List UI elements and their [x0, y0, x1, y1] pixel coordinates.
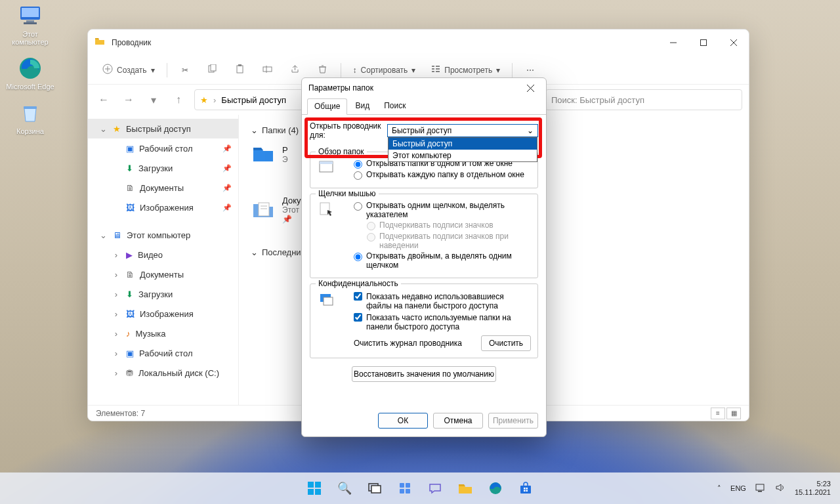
sidebar-item-desktop-pc[interactable]: ›▣Рабочий стол — [88, 343, 238, 363]
open-for-dropdown: Быстрый доступ Этот компьютер — [388, 137, 537, 162]
music-icon: ♪ — [126, 329, 131, 339]
apply-button[interactable]: Применить — [488, 413, 538, 429]
forward-button[interactable]: → — [119, 91, 138, 109]
svg-rect-43 — [400, 483, 404, 488]
video-icon: ▶ — [126, 250, 133, 260]
checkbox-recent-files[interactable]: Показать недавно использовавшиеся файлы … — [354, 292, 531, 310]
folder-card[interactable]: РЭ — [251, 142, 290, 167]
picture-icon: 🖼 — [126, 203, 135, 213]
tab-search[interactable]: Поиск — [377, 98, 412, 115]
radio-single-click[interactable]: Открывать одним щелчком, выделять указат… — [354, 201, 531, 219]
language-indicator[interactable]: ENG — [730, 484, 746, 492]
svg-rect-49 — [524, 488, 526, 490]
restore-defaults-button[interactable]: Восстановить значения по умолчанию — [352, 366, 496, 382]
svg-rect-23 — [436, 68, 440, 70]
search-button[interactable]: 🔍 — [331, 475, 358, 501]
sidebar-item-local-disk[interactable]: ›⛃Локальный диск (C:) — [88, 363, 238, 383]
desktop-icon-recycle-bin[interactable]: Корзина — [4, 100, 56, 135]
up-button[interactable]: ↑ — [169, 91, 188, 109]
checkbox-frequent-folders[interactable]: Показать часто используемые папки на пан… — [354, 313, 531, 331]
scissors-icon: ✂ — [182, 66, 188, 75]
sidebar-item-documents[interactable]: 🗎Документы📌 — [88, 178, 238, 198]
maximize-button[interactable] — [688, 30, 719, 56]
tab-general[interactable]: Общие — [307, 98, 347, 115]
dialog-titlebar[interactable]: Параметры папок — [302, 78, 546, 98]
sidebar-item-documents-pc[interactable]: ›🗎Документы — [88, 264, 238, 284]
minimize-button[interactable] — [658, 30, 688, 56]
desktop-icon: ▣ — [126, 348, 134, 358]
sidebar-item-downloads[interactable]: ⬇Загрузки📌 — [88, 158, 238, 178]
cut-button[interactable]: ✂ — [173, 60, 198, 81]
privacy-icon — [317, 289, 337, 309]
svg-rect-14 — [211, 64, 216, 71]
clicks-fieldset: Щелчки мышью Открывать одним щелчком, вы… — [310, 194, 538, 278]
tab-view[interactable]: Вид — [348, 98, 376, 115]
sidebar-item-this-pc[interactable]: ⌄ 🖥 Этот компьютер — [88, 225, 238, 245]
store-taskbar-button[interactable] — [513, 475, 539, 501]
chevron-right-icon: › — [112, 289, 121, 299]
chevron-right-icon: › — [112, 270, 121, 280]
dropdown-option-quick-access[interactable]: Быстрый доступ — [388, 138, 537, 150]
sidebar-item-quick-access[interactable]: ⌄ ★ Быстрый доступ — [88, 119, 238, 138]
edge-taskbar-button[interactable] — [482, 475, 509, 501]
breadcrumb[interactable]: ★ › Быстрый доступ — [194, 89, 306, 110]
svg-rect-45 — [400, 489, 404, 494]
chevron-down-icon: ▾ — [496, 66, 500, 75]
svg-rect-39 — [308, 489, 314, 495]
svg-rect-1 — [22, 8, 39, 17]
taskbar: 🔍 ˄ ENG 5:23 15.11.2021 — [0, 472, 840, 504]
network-icon[interactable] — [755, 483, 766, 494]
chevron-right-icon: › — [112, 309, 121, 319]
clock[interactable]: 5:23 15.11.2021 — [795, 480, 831, 497]
task-view-button[interactable] — [362, 475, 388, 501]
privacy-legend: Конфиденциальность — [316, 279, 401, 288]
browse-legend: Обзор папок — [316, 147, 367, 156]
sidebar-item-music[interactable]: ›♪Музыка — [88, 324, 238, 343]
copy-button[interactable] — [200, 60, 225, 81]
trash-icon — [318, 64, 327, 76]
search-input[interactable]: Поиск: Быстрый доступ — [545, 89, 742, 110]
sidebar-item-videos[interactable]: ›▶Видео — [88, 245, 238, 264]
chevron-up-icon[interactable]: ˄ — [717, 484, 721, 493]
icons-view-button[interactable]: ▦ — [726, 408, 741, 419]
chevron-right-icon: › — [112, 348, 121, 358]
sidebar-item-pictures[interactable]: 🖼Изображения📌 — [88, 198, 238, 217]
desktop-icon-label: Microsoft Edge — [6, 83, 54, 91]
sidebar-item-pictures-pc[interactable]: ›🖼Изображения — [88, 304, 238, 324]
document-icon: 🗎 — [126, 183, 135, 193]
widgets-button[interactable] — [392, 475, 418, 501]
close-button[interactable] — [719, 30, 749, 56]
close-button[interactable] — [521, 79, 539, 97]
rename-button[interactable] — [255, 60, 280, 81]
open-for-combo[interactable]: Быстрый доступ ⌄ Быстрый доступ Этот ком… — [387, 124, 538, 137]
pin-icon: 📌 — [222, 164, 232, 173]
back-button[interactable]: ← — [94, 91, 113, 109]
cancel-button[interactable]: Отмена — [433, 413, 483, 429]
new-button[interactable]: Создать ▾ — [96, 60, 161, 81]
svg-rect-16 — [238, 64, 242, 66]
chevron-down-icon: ▾ — [411, 66, 415, 75]
radio-double-click[interactable]: Открывать двойным, а выделять одним щелч… — [354, 251, 531, 270]
titlebar[interactable]: Проводник — [88, 30, 749, 56]
desktop-icon-edge[interactable]: Microsoft Edge — [4, 55, 56, 91]
dropdown-option-this-pc[interactable]: Этот компьютер — [388, 150, 537, 161]
chat-button[interactable] — [422, 475, 448, 501]
explorer-taskbar-button[interactable] — [452, 475, 478, 501]
dialog-buttons: ОК Отмена Применить — [302, 408, 546, 436]
desktop-icon-this-pc[interactable]: Этот компьютер — [4, 3, 56, 46]
sidebar-item-desktop[interactable]: ▣Рабочий стол📌 — [88, 138, 238, 158]
start-button[interactable] — [301, 475, 327, 501]
volume-icon[interactable] — [775, 483, 786, 494]
svg-rect-22 — [436, 66, 440, 67]
sidebar-item-downloads-pc[interactable]: ›⬇Загрузки — [88, 284, 238, 304]
svg-rect-7 — [701, 40, 707, 46]
details-view-button[interactable]: ≡ — [711, 408, 725, 419]
paste-button[interactable] — [228, 60, 253, 81]
ok-button[interactable]: ОК — [378, 413, 428, 429]
radio-underline-always: Подчеркивать подписи значков — [367, 220, 531, 230]
clear-button[interactable]: Очистить — [481, 335, 531, 351]
chevron-down-icon[interactable]: ▾ — [144, 91, 163, 109]
picture-icon: 🖼 — [126, 309, 135, 319]
radio-separate-window[interactable]: Открывать каждую папку в отдельном окне — [354, 170, 531, 180]
svg-rect-3 — [24, 22, 37, 24]
